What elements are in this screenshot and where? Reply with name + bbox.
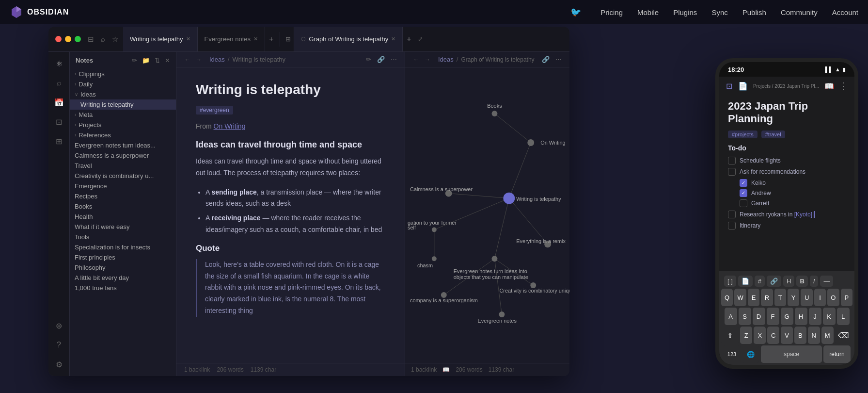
checkbox-itinerary[interactable]: [728, 222, 736, 229]
file-first-principles[interactable]: First principles: [70, 252, 176, 262]
brand-logo[interactable]: OBSIDIAN: [10, 5, 69, 19]
file-evergreen-notes-turn[interactable]: Evergreen notes turn ideas...: [70, 140, 176, 150]
new-note-icon[interactable]: ✏: [132, 57, 137, 64]
twitter-icon[interactable]: 🐦: [570, 7, 581, 17]
toolbar-tag-btn[interactable]: #: [755, 276, 765, 287]
minimize-button[interactable]: [65, 36, 71, 42]
phone-more-icon[interactable]: ⋮: [839, 81, 848, 91]
toolbar-strikethrough-btn[interactable]: —: [820, 276, 833, 287]
key-123[interactable]: 123: [723, 345, 741, 363]
breadcrumb-ideas[interactable]: Ideas: [209, 56, 225, 63]
file-creativity[interactable]: Creativity is combinatory u...: [70, 171, 176, 181]
key-e[interactable]: E: [748, 289, 759, 306]
file-health[interactable]: Health: [70, 212, 176, 222]
key-emoji[interactable]: 🌐: [742, 345, 759, 363]
file-specialization[interactable]: Specialization is for insects: [70, 242, 176, 252]
file-books[interactable]: Books: [70, 201, 176, 212]
toolbar-code-btn[interactable]: [ ]: [724, 276, 736, 287]
file-calmness[interactable]: Calmness is a superpower: [70, 150, 176, 161]
key-y[interactable]: Y: [788, 289, 799, 306]
nav-plugins[interactable]: Plugins: [673, 8, 697, 16]
folder-daily[interactable]: › Daily: [70, 79, 176, 89]
file-travel[interactable]: Travel: [70, 161, 176, 171]
new-pane-button[interactable]: +: [403, 35, 415, 44]
toolbar-italic-btn[interactable]: I: [810, 276, 819, 287]
split-view-icon[interactable]: ⊞: [283, 35, 294, 43]
tab-close-icon[interactable]: ✕: [253, 36, 258, 42]
graph-visualization[interactable]: Books On Writing Calmness is a superpowe…: [405, 67, 569, 363]
expand-icon[interactable]: ⤢: [415, 35, 426, 43]
from-link[interactable]: On Writing: [214, 122, 246, 130]
key-v[interactable]: V: [781, 327, 793, 344]
phone-tag-travel[interactable]: #travel: [761, 131, 785, 138]
key-a[interactable]: A: [725, 308, 737, 325]
toolbar-doc-btn[interactable]: 📄: [738, 276, 753, 287]
tab-evergreen-notes[interactable]: Evergreen notes ✕: [198, 27, 265, 51]
todo-andrew[interactable]: Andrew: [740, 189, 846, 197]
key-c[interactable]: C: [767, 327, 779, 344]
nav-sync[interactable]: Sync: [711, 8, 727, 16]
key-p[interactable]: P: [841, 289, 852, 306]
file-tools[interactable]: Tools: [70, 232, 176, 242]
graph-link-icon[interactable]: 🔗: [542, 56, 550, 63]
terminal-icon[interactable]: ⊞: [52, 134, 66, 148]
graph-breadcrumb-ideas[interactable]: Ideas: [438, 56, 454, 63]
key-g[interactable]: G: [781, 308, 793, 325]
nav-account[interactable]: Account: [832, 8, 858, 16]
tab-close-graph[interactable]: ✕: [391, 36, 395, 42]
sort-icon[interactable]: ⇅: [155, 57, 160, 64]
key-h[interactable]: H: [795, 308, 807, 325]
search-icon[interactable]: ⌕: [101, 35, 105, 43]
back-button[interactable]: ←: [184, 56, 190, 63]
pages-icon[interactable]: ⊡: [52, 115, 66, 129]
phone-tag-projects[interactable]: #projects: [728, 131, 758, 138]
key-d[interactable]: D: [753, 308, 765, 325]
folder-references[interactable]: › References: [70, 130, 176, 140]
key-s[interactable]: S: [739, 308, 751, 325]
file-philosophy[interactable]: Philosophy: [70, 262, 176, 273]
folder-clippings[interactable]: › Clippings: [70, 69, 176, 79]
more-icon[interactable]: ⋯: [391, 56, 397, 63]
close-button[interactable]: [55, 36, 62, 42]
kyoto-link[interactable]: [Kyoto]: [794, 211, 812, 218]
key-l[interactable]: L: [837, 308, 850, 325]
key-u[interactable]: U: [801, 289, 812, 306]
calendar-icon[interactable]: 📅: [52, 96, 66, 109]
key-space[interactable]: space: [761, 345, 822, 363]
key-t[interactable]: T: [774, 289, 786, 306]
note-tag[interactable]: #evergreen: [196, 106, 233, 115]
folder-ideas[interactable]: ∨ Ideas: [70, 89, 176, 99]
key-o[interactable]: O: [827, 289, 839, 306]
help-icon[interactable]: ?: [52, 338, 66, 352]
phone-note-body[interactable]: 2023 Japan Trip Planning #projects #trav…: [719, 95, 854, 271]
nav-publish[interactable]: Publish: [742, 8, 766, 16]
key-n[interactable]: N: [808, 327, 820, 344]
key-f[interactable]: F: [767, 308, 779, 325]
editor-body[interactable]: Writing is telepathy #evergreen From On …: [176, 67, 405, 363]
phone-doc-icon[interactable]: 📄: [738, 82, 748, 91]
checkbox-schedule-flights[interactable]: [728, 157, 736, 164]
todo-ask-recommendations[interactable]: Ask for recommendations: [728, 168, 846, 176]
phone-book-icon[interactable]: 📖: [824, 82, 834, 91]
key-m[interactable]: M: [821, 327, 834, 344]
graph-more-icon[interactable]: ⋯: [555, 56, 562, 63]
tab-close-icon[interactable]: ✕: [186, 36, 190, 42]
key-r[interactable]: R: [761, 289, 773, 306]
key-delete[interactable]: ⌫: [835, 327, 852, 344]
todo-research-ryokans[interactable]: Research ryokans in [Kyoto]|: [728, 211, 846, 218]
file-little-bit[interactable]: A little bit every day: [70, 273, 176, 283]
toolbar-link-btn[interactable]: 🔗: [767, 276, 781, 287]
key-q[interactable]: Q: [721, 289, 733, 306]
folder-projects[interactable]: › Projects: [70, 120, 176, 130]
nav-mobile[interactable]: Mobile: [637, 8, 659, 16]
file-what-if[interactable]: What if it were easy: [70, 222, 176, 232]
todo-itinerary[interactable]: Itinerary: [728, 222, 846, 229]
key-shift[interactable]: ⇧: [721, 327, 739, 344]
key-w[interactable]: W: [734, 289, 746, 306]
edit-icon[interactable]: ✏: [366, 56, 371, 63]
key-b[interactable]: B: [794, 327, 806, 344]
nav-pricing[interactable]: Pricing: [600, 8, 623, 16]
toolbar-bold-btn[interactable]: B: [796, 276, 807, 287]
settings-icon[interactable]: ⚙: [52, 358, 66, 371]
file-writing-telepathy[interactable]: Writing is telepathy: [70, 99, 176, 110]
